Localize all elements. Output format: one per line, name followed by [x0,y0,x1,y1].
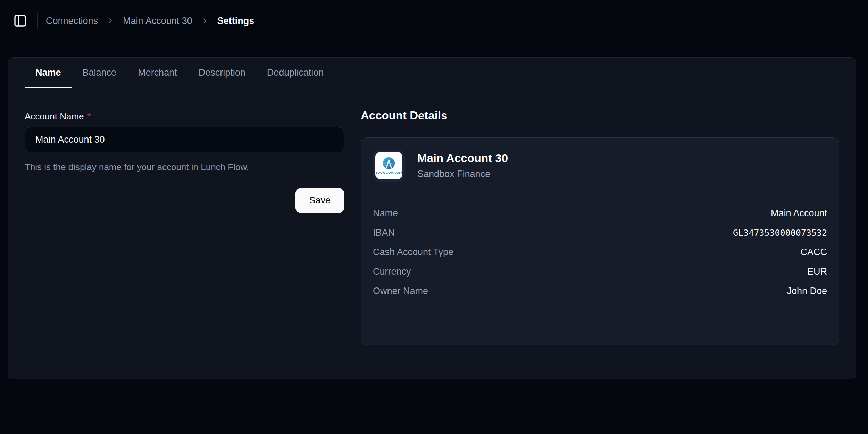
account-name-label: Account Name * [25,111,344,122]
globe-logo-icon [383,157,395,169]
name-form-section: Account Name * This is the display name … [25,111,344,345]
form-actions: Save [25,188,344,213]
detail-value: Main Account [771,208,827,219]
settings-content: Account Name * This is the display name … [8,88,856,345]
account-provider: Sandbox Finance [417,169,508,180]
detail-value: EUR [807,266,827,277]
detail-value: CACC [800,247,827,258]
logo-company-text: YOUR COMPANY [375,171,402,174]
account-name-input[interactable] [25,127,344,152]
detail-row-name: Name Main Account [373,203,827,223]
account-name-help-text: This is the display name for your accoun… [25,162,344,173]
breadcrumb-link-account[interactable]: Main Account 30 [123,16,192,26]
detail-value: John Doe [787,286,827,297]
detail-row-iban: IBAN GL3473530000073532 [373,223,827,242]
breadcrumb: Connections Main Account 30 Settings [46,16,254,26]
account-details-section: Account Details [361,111,839,345]
detail-row-currency: Currency EUR [373,262,827,281]
breadcrumb-current-settings: Settings [217,16,254,26]
tab-bar: Name Balance Merchant Description Dedupl… [8,58,856,88]
details-divider [373,194,827,194]
detail-row-owner-name: Owner Name John Doe [373,281,827,301]
tab-merchant[interactable]: Merchant [127,58,188,88]
chevron-right-icon [107,17,114,25]
detail-label: IBAN [373,227,395,238]
header-divider [37,13,38,29]
tab-balance[interactable]: Balance [72,58,127,88]
account-details-header: YOUR COMPANY Main Account 30 Sandbox Fin… [373,150,827,194]
top-bar: Connections Main Account 30 Settings [0,0,868,42]
detail-rows: Name Main Account IBAN GL347353000007353… [373,203,827,301]
your-company-logo: YOUR COMPANY [375,152,402,179]
detail-row-cash-account-type: Cash Account Type CACC [373,242,827,262]
panel-left-icon [13,14,27,28]
tab-deduplication[interactable]: Deduplication [256,58,335,88]
account-title: Main Account 30 [417,152,508,165]
detail-label: Owner Name [373,286,428,297]
tab-name[interactable]: Name [25,58,72,88]
breadcrumb-link-connections[interactable]: Connections [46,16,98,26]
save-button[interactable]: Save [295,188,344,213]
settings-card: Name Balance Merchant Description Dedupl… [8,57,856,379]
account-details-card: YOUR COMPANY Main Account 30 Sandbox Fin… [361,137,839,345]
detail-label: Name [373,208,398,219]
detail-label: Currency [373,266,411,277]
required-asterisk: * [87,111,91,122]
account-details-title: Account Details [361,109,839,122]
bank-logo: YOUR COMPANY [373,150,405,182]
detail-value: GL3473530000073532 [733,228,827,238]
tab-description[interactable]: Description [188,58,256,88]
chevron-right-icon [201,17,209,25]
account-title-block: Main Account 30 Sandbox Finance [417,152,508,180]
account-name-label-text: Account Name [25,111,84,122]
detail-label: Cash Account Type [373,247,453,258]
sidebar-toggle-button[interactable] [10,11,30,31]
